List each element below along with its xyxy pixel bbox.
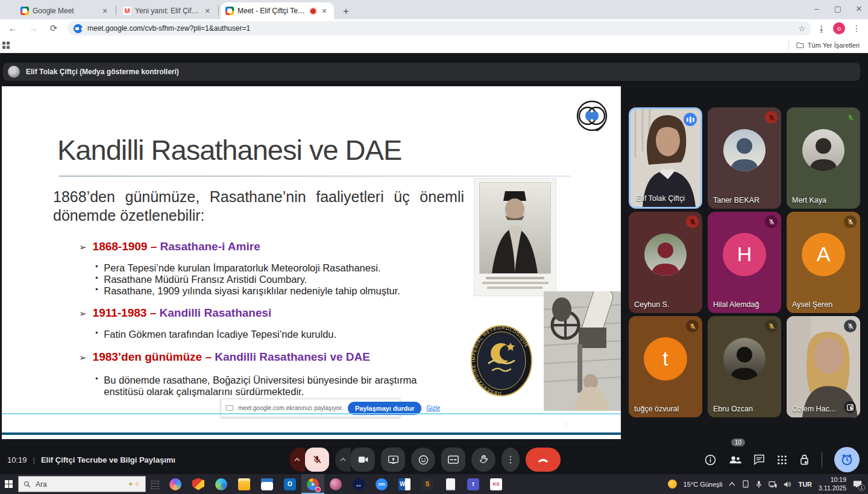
notification-center-icon[interactable]: 1	[853, 480, 862, 489]
language-indicator[interactable]: TUR	[798, 481, 812, 488]
tab-close-icon[interactable]: ✕	[203, 6, 212, 16]
slide-bullet: Rasathane, 1909 yılında siyasi karışıklı…	[95, 285, 457, 297]
weather-icon[interactable]	[668, 480, 677, 489]
forward-icon[interactable]: →	[25, 21, 41, 36]
browser-tab[interactable]: Google Meet✕	[16, 2, 115, 19]
tray-chevron-icon[interactable]	[729, 482, 735, 486]
mic-options-chevron[interactable]	[289, 448, 305, 472]
weather-text[interactable]: 15°C Güneşli	[684, 481, 723, 488]
start-button[interactable]	[0, 474, 18, 494]
participant-tile[interactable]: Ceyhun S.	[629, 212, 702, 313]
outlook-taskbar-icon[interactable]: O	[278, 474, 301, 494]
activities-grid-icon[interactable]	[777, 455, 787, 465]
more-options-button[interactable]: ⋮	[502, 448, 520, 472]
participant-tile[interactable]: Mert Kaya	[787, 107, 860, 209]
camera-button[interactable]	[351, 448, 375, 472]
slide-title: Kandilli Rasathanesi ve DAE	[57, 133, 401, 166]
host-controls-lock-icon[interactable]	[799, 454, 810, 466]
browser-tab[interactable]: Yeni yanıt: Elif Çiftçi Tecrube ve✕	[118, 2, 217, 19]
divider	[218, 5, 219, 15]
participant-tile[interactable]: AAysel Şeren	[787, 212, 860, 313]
folder-icon	[796, 42, 804, 48]
audio-app-icon	[330, 478, 342, 490]
bullet-text: Rasathane Müdürü Fransız Aristidi Coumba…	[104, 274, 307, 285]
tray-time: 10:19	[831, 476, 846, 483]
divider	[822, 452, 822, 467]
new-tab-button[interactable]: +	[339, 4, 353, 19]
back-icon[interactable]: ←	[5, 21, 20, 36]
reactions-button[interactable]	[411, 448, 435, 472]
divider	[116, 5, 116, 15]
all-bookmarks-label: Tüm Yer İşaretleri	[808, 42, 860, 49]
network-icon[interactable]	[769, 481, 777, 488]
present-screen-button[interactable]	[381, 448, 405, 472]
slide-bullet: Bu dönemde rasathane, Boğaziçi Üniversit…	[95, 375, 457, 397]
notepad-taskbar-icon[interactable]	[439, 474, 462, 494]
window-close-button[interactable]: ✕	[849, 1, 868, 17]
presenter-banner: Elif Tolak Çiftçi (Medya gösterme kontro…	[3, 63, 860, 81]
all-bookmarks-button[interactable]: Tüm Yer İşaretleri	[788, 40, 868, 50]
copilot-taskbar-icon[interactable]	[164, 474, 187, 494]
ks-app-taskbar-icon[interactable]: KS	[485, 474, 508, 494]
participants-icon[interactable]	[728, 454, 741, 465]
tray-mic-icon[interactable]	[756, 480, 762, 489]
window-minimize-button[interactable]: –	[807, 1, 827, 17]
browser-tab[interactable]: Meet - Elif Çiftçi Tecrube ve✕	[221, 2, 334, 19]
slide-bullet-list: Bu dönemde rasathane, Boğaziçi Üniversit…	[95, 375, 457, 397]
picture-in-picture-icon[interactable]	[844, 401, 856, 413]
tab-close-icon[interactable]: ✕	[100, 6, 110, 16]
browser-menu-icon[interactable]: ⋮	[852, 24, 861, 33]
profile-avatar[interactable]: o	[833, 22, 845, 34]
file-explorer-taskbar-icon[interactable]	[233, 474, 256, 494]
tray-clock[interactable]: 10:19 3.11.2025	[819, 476, 846, 492]
participant-tile[interactable]: Taner BEKAR	[708, 107, 781, 209]
speaking-indicator-icon	[684, 113, 697, 126]
word-taskbar-icon[interactable]: W	[393, 474, 416, 494]
slide-page-number: 5	[564, 420, 568, 428]
mic-off-icon	[844, 215, 857, 228]
bookmark-star-icon[interactable]: ☆	[798, 24, 805, 33]
bullet-text: Fatin Gökmen tarafından İcadiye Tepesi’n…	[104, 329, 336, 340]
participant-tile[interactable]: Elif Tolak Çiftçi	[629, 107, 702, 209]
leave-call-button[interactable]	[526, 448, 561, 472]
section-name: Rasathane-i Amire	[160, 240, 260, 253]
gmail-favicon	[123, 7, 131, 15]
task-view-icon[interactable]: ⿳	[146, 478, 164, 490]
security-taskbar-icon[interactable]	[187, 474, 210, 494]
participant-tile[interactable]: HHilal Alemdağ	[708, 212, 781, 313]
teams-taskbar-icon[interactable]: ᴛ	[462, 474, 485, 494]
chat-icon[interactable]	[753, 454, 765, 465]
mic-mute-button[interactable]	[305, 448, 329, 472]
chrome-taskbar-icon[interactable]	[301, 474, 324, 494]
camera-options-chevron[interactable]	[335, 448, 351, 472]
calendar-taskbar-icon[interactable]	[256, 474, 278, 494]
apps-shortcut-icon[interactable]	[2, 42, 10, 49]
edge-taskbar-icon[interactable]	[210, 474, 233, 494]
participant-photo-avatar	[644, 233, 687, 276]
participant-tile[interactable]: Özlem Hac...	[787, 316, 860, 417]
teamviewer-taskbar-icon[interactable]: ↔	[347, 474, 370, 494]
participant-name: Hilal Alemdağ	[713, 300, 759, 309]
bullet-text: Pera Tepesi’nde kurulan İmparatorluk Met…	[104, 262, 380, 274]
zoom-taskbar-icon[interactable]: zm	[370, 474, 393, 494]
sublime-taskbar-icon[interactable]: S	[416, 474, 439, 494]
audio-app-taskbar-icon[interactable]	[324, 474, 347, 494]
taskbar-search-input[interactable]: Ara ✦✧	[18, 476, 146, 492]
hide-share-bar-link[interactable]: Gizle	[426, 405, 440, 411]
volume-icon[interactable]	[784, 481, 791, 488]
raise-hand-button[interactable]	[471, 448, 495, 472]
captions-button[interactable]	[441, 448, 465, 472]
meeting-details-icon[interactable]	[705, 454, 716, 466]
participant-tile[interactable]: Ebru Ozcan	[708, 316, 781, 417]
slide-footer-band: elif.tolak@bogazici.edu.tr 5	[2, 413, 621, 435]
mic-off-icon	[686, 320, 699, 332]
phone-link-icon[interactable]	[742, 480, 749, 488]
participant-tile[interactable]: ttuğçe özvural	[629, 316, 702, 417]
download-icon[interactable]: ⭳	[817, 24, 826, 33]
chrome-icon	[307, 478, 319, 490]
url-bar[interactable]: meet.google.com/cvb-sfhm-zew?pli=1&authu…	[68, 21, 811, 36]
tab-close-icon[interactable]: ✕	[319, 6, 329, 16]
timer-extension-icon[interactable]	[834, 447, 860, 472]
reload-icon[interactable]: ⟳	[46, 21, 61, 36]
window-maximize-button[interactable]: ▢	[828, 1, 848, 17]
